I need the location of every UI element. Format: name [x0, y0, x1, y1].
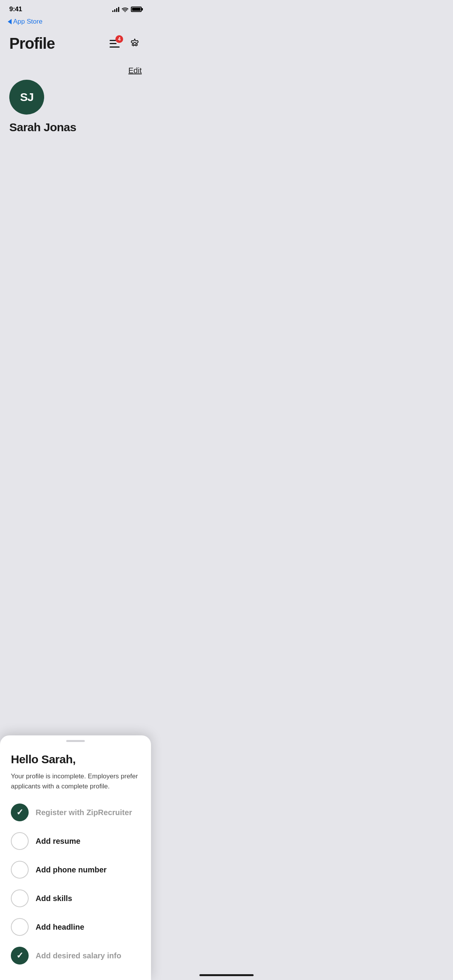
- page-title: Profile: [9, 35, 55, 52]
- back-chevron-icon: [8, 19, 12, 24]
- edit-row: Edit: [9, 66, 142, 75]
- status-time: 9:41: [9, 5, 22, 13]
- user-name: Sarah Jonas: [9, 121, 142, 134]
- profile-section: Edit SJ Sarah Jonas: [0, 62, 151, 142]
- battery-icon: [131, 7, 142, 12]
- status-icons: [112, 7, 142, 12]
- settings-button[interactable]: [128, 37, 142, 51]
- header-actions: 4: [108, 37, 142, 51]
- notifications-button[interactable]: 4: [108, 37, 122, 51]
- nav-bar: App Store: [0, 16, 151, 29]
- back-label: App Store: [13, 18, 43, 26]
- wifi-icon: [122, 7, 129, 12]
- notification-badge: 4: [115, 35, 123, 43]
- page-header: Profile 4: [0, 29, 151, 62]
- status-bar: 9:41: [0, 0, 151, 16]
- avatar: SJ: [9, 80, 44, 115]
- signal-icon: [112, 7, 119, 12]
- back-button[interactable]: App Store: [8, 18, 43, 26]
- gear-icon: [129, 38, 140, 49]
- edit-button[interactable]: Edit: [129, 66, 142, 75]
